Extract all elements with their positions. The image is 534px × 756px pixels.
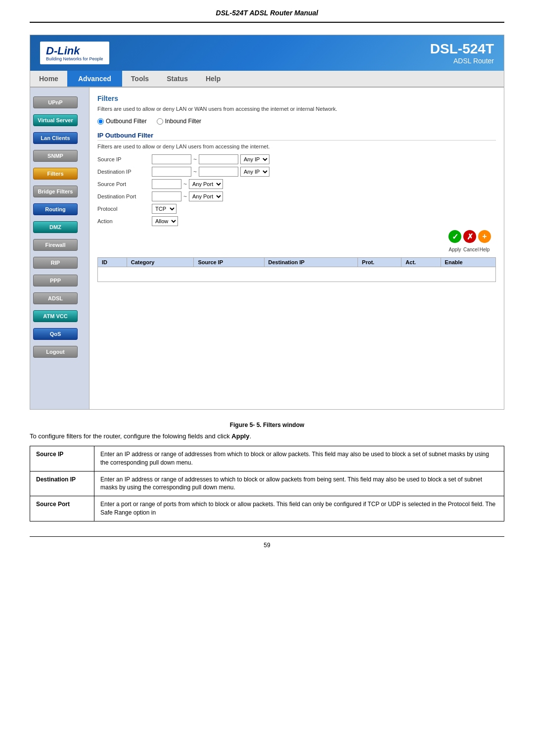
protocol-row: Protocol TCP UDP Both <box>97 204 496 214</box>
dlink-logo: D-Link Building Networks for People <box>40 42 109 64</box>
sidebar-item-routing[interactable]: Routing <box>33 203 78 215</box>
source-ip-controls: ~ Any IP <box>152 154 496 164</box>
sidebar-section-firewall: Firewall <box>30 239 89 251</box>
nav-home[interactable]: Home <box>30 71 67 87</box>
nav-advanced[interactable]: Advanced <box>67 71 122 87</box>
router-interface: D-Link Building Networks for People DSL-… <box>30 35 504 410</box>
help-label: Help <box>478 247 491 252</box>
destination-port-row: Destination Port ~ Any Port <box>97 191 496 201</box>
destination-port-tilde: ~ <box>183 193 187 200</box>
col-category: Category <box>127 258 194 267</box>
sidebar-item-ppp[interactable]: PPP <box>33 275 78 286</box>
protocol-select[interactable]: TCP UDP Both <box>152 204 177 214</box>
sidebar-item-virtual-server[interactable]: Virtual Server <box>33 114 78 126</box>
sidebar-section-dmz: DMZ <box>30 221 89 233</box>
sidebar-item-filters[interactable]: Filters <box>33 168 78 180</box>
logo-text: D-Link <box>46 45 103 57</box>
source-ip-tilde: ~ <box>193 156 197 163</box>
apply-label: Apply <box>448 247 461 252</box>
sidebar-item-rip[interactable]: RIP <box>33 257 78 269</box>
sidebar-section-qos: QoS <box>30 328 89 340</box>
desc-def-source-port: Enter a port or range of ports from whic… <box>94 496 504 521</box>
destination-ip-controls: ~ Any IP <box>152 167 496 177</box>
inbound-filter-text: Inbound Filter <box>165 118 201 125</box>
inbound-filter-radio[interactable] <box>157 118 163 125</box>
nav-tools[interactable]: Tools <box>122 71 158 87</box>
outbound-filter-radio[interactable] <box>97 118 104 125</box>
intro-bold: Apply <box>231 432 249 440</box>
sidebar-section-logout: Logout <box>30 346 89 358</box>
col-id: ID <box>98 258 127 267</box>
table-empty-row <box>98 267 496 282</box>
sidebar-item-dmz[interactable]: DMZ <box>33 221 78 233</box>
destination-port-controls: ~ Any Port <box>152 191 496 201</box>
cancel-label: Cancel <box>463 247 476 252</box>
sidebar-item-lan-clients[interactable]: Lan Clients <box>33 132 78 144</box>
model-type: ADSL Router <box>430 57 494 65</box>
source-port-row: Source Port ~ Any Port <box>97 179 496 189</box>
description-intro: To configure filters for the router, con… <box>30 432 504 440</box>
navigation-bar: Home Advanced Tools Status Help <box>30 71 504 88</box>
sidebar-item-snmp[interactable]: SNMP <box>33 150 78 162</box>
col-destination-ip: Destination IP <box>264 258 358 267</box>
source-port-select[interactable]: Any Port <box>189 179 223 189</box>
sidebar-item-atm-vcc[interactable]: ATM VCC <box>33 310 78 322</box>
sidebar-section-upnp: UPnP <box>30 96 89 108</box>
sidebar-section-snmp: SNMP <box>30 150 89 162</box>
subsection-desc: Filters are used to allow or deny LAN us… <box>97 143 496 149</box>
desc-def-source-ip: Enter an IP address or range of addresse… <box>94 446 504 472</box>
sidebar-item-firewall[interactable]: Firewall <box>33 239 78 251</box>
col-enable: Enable <box>441 258 495 267</box>
sidebar-section-filters: Filters <box>30 168 89 180</box>
sidebar-item-qos[interactable]: QoS <box>33 328 78 340</box>
main-panel: Filters Filters are used to allow or den… <box>89 88 504 409</box>
destination-ip-input1[interactable] <box>152 167 191 177</box>
source-port-controls: ~ Any Port <box>152 179 496 189</box>
subsection-title: IP Outbound Filter <box>97 132 496 141</box>
help-icon[interactable]: + <box>478 230 491 243</box>
outbound-filter-label[interactable]: Outbound Filter <box>97 118 147 125</box>
destination-port-select[interactable]: Any Port <box>189 191 223 201</box>
sidebar-item-bridge-filters[interactable]: Bridge Filters <box>33 186 78 197</box>
source-ip-input1[interactable] <box>152 154 191 164</box>
sidebar-item-adsl[interactable]: ADSL <box>33 292 78 304</box>
page-title: DSL-524T ADSL Router Manual <box>30 0 504 23</box>
nav-help[interactable]: Help <box>197 71 229 87</box>
results-table: ID Category Source IP Destination IP Pro… <box>97 257 496 282</box>
sidebar-section-virtual-server: Virtual Server <box>30 114 89 126</box>
source-ip-select[interactable]: Any IP <box>240 154 269 164</box>
outbound-filter-text: Outbound Filter <box>106 118 147 125</box>
col-act: Act. <box>401 258 441 267</box>
apply-icon[interactable]: ✓ <box>448 230 461 243</box>
source-ip-input2[interactable] <box>199 154 238 164</box>
desc-term-source-ip: Source IP <box>30 446 94 472</box>
router-model: DSL-524T ADSL Router <box>430 41 494 65</box>
sidebar-item-logout[interactable]: Logout <box>33 346 78 358</box>
destination-port-input[interactable] <box>152 191 181 201</box>
destination-ip-input2[interactable] <box>199 167 238 177</box>
destination-ip-tilde: ~ <box>193 168 197 175</box>
sidebar-section-atm-vcc: ATM VCC <box>30 310 89 322</box>
cancel-icon[interactable]: ✗ <box>463 230 476 243</box>
destination-ip-select[interactable]: Any IP <box>240 167 269 177</box>
sidebar-item-upnp[interactable]: UPnP <box>33 96 78 108</box>
desc-term-source-port: Source Port <box>30 496 94 521</box>
source-port-input[interactable] <box>152 179 181 189</box>
sidebar-section-rip: RIP <box>30 257 89 269</box>
action-select[interactable]: Allow Deny <box>152 216 178 226</box>
action-buttons-row: ✓ ✗ + <box>97 230 496 243</box>
action-controls: Allow Deny <box>152 216 496 226</box>
destination-ip-row: Destination IP ~ Any IP <box>97 167 496 177</box>
logo-tagline: Building Networks for People <box>46 56 103 61</box>
desc-def-destination-ip: Enter an IP address or range of addresse… <box>94 471 504 496</box>
action-label: Action <box>97 218 152 224</box>
inbound-filter-label[interactable]: Inbound Filter <box>157 118 201 125</box>
destination-port-label: Destination Port <box>97 193 152 199</box>
content-area: UPnP Virtual Server Lan Clients SNMP Fil… <box>30 88 504 409</box>
router-header: D-Link Building Networks for People DSL-… <box>30 35 504 71</box>
desc-row-source-ip: Source IP Enter an IP address or range o… <box>30 446 504 472</box>
col-protocol: Prot. <box>358 258 401 267</box>
source-ip-row: Source IP ~ Any IP <box>97 154 496 164</box>
nav-status[interactable]: Status <box>158 71 197 87</box>
model-number: DSL-524T <box>430 41 494 57</box>
